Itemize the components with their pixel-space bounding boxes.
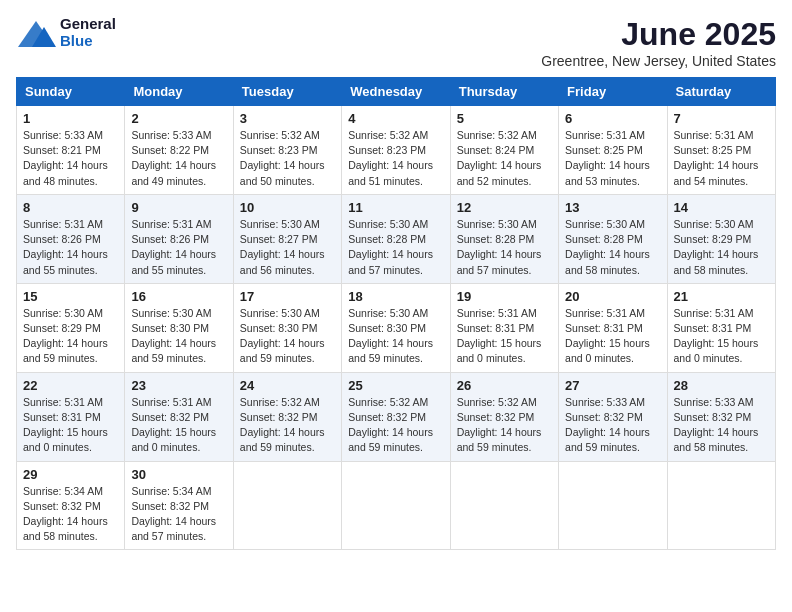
calendar-week-row: 29 Sunrise: 5:34 AM Sunset: 8:32 PM Dayl… xyxy=(17,461,776,550)
day-info: Sunrise: 5:31 AM Sunset: 8:32 PM Dayligh… xyxy=(131,395,226,456)
day-info: Sunrise: 5:33 AM Sunset: 8:22 PM Dayligh… xyxy=(131,128,226,189)
table-row: 9 Sunrise: 5:31 AM Sunset: 8:26 PM Dayli… xyxy=(125,194,233,283)
day-number: 21 xyxy=(674,289,769,304)
title-section: June 2025 Greentree, New Jersey, United … xyxy=(541,16,776,69)
day-number: 2 xyxy=(131,111,226,126)
day-info: Sunrise: 5:33 AM Sunset: 8:32 PM Dayligh… xyxy=(674,395,769,456)
day-info: Sunrise: 5:30 AM Sunset: 8:28 PM Dayligh… xyxy=(565,217,660,278)
col-monday: Monday xyxy=(125,78,233,106)
table-row: 2 Sunrise: 5:33 AM Sunset: 8:22 PM Dayli… xyxy=(125,106,233,195)
day-info: Sunrise: 5:32 AM Sunset: 8:32 PM Dayligh… xyxy=(240,395,335,456)
day-info: Sunrise: 5:30 AM Sunset: 8:28 PM Dayligh… xyxy=(457,217,552,278)
day-number: 14 xyxy=(674,200,769,215)
day-number: 13 xyxy=(565,200,660,215)
day-number: 1 xyxy=(23,111,118,126)
col-saturday: Saturday xyxy=(667,78,775,106)
table-row: 4 Sunrise: 5:32 AM Sunset: 8:23 PM Dayli… xyxy=(342,106,450,195)
table-row: 11 Sunrise: 5:30 AM Sunset: 8:28 PM Dayl… xyxy=(342,194,450,283)
table-row: 6 Sunrise: 5:31 AM Sunset: 8:25 PM Dayli… xyxy=(559,106,667,195)
day-info: Sunrise: 5:31 AM Sunset: 8:31 PM Dayligh… xyxy=(565,306,660,367)
day-info: Sunrise: 5:30 AM Sunset: 8:27 PM Dayligh… xyxy=(240,217,335,278)
day-info: Sunrise: 5:30 AM Sunset: 8:29 PM Dayligh… xyxy=(674,217,769,278)
day-info: Sunrise: 5:32 AM Sunset: 8:23 PM Dayligh… xyxy=(348,128,443,189)
table-row: 20 Sunrise: 5:31 AM Sunset: 8:31 PM Dayl… xyxy=(559,283,667,372)
day-number: 6 xyxy=(565,111,660,126)
logo-icon xyxy=(16,19,56,47)
day-number: 24 xyxy=(240,378,335,393)
day-info: Sunrise: 5:34 AM Sunset: 8:32 PM Dayligh… xyxy=(131,484,226,545)
day-number: 22 xyxy=(23,378,118,393)
table-row: 27 Sunrise: 5:33 AM Sunset: 8:32 PM Dayl… xyxy=(559,372,667,461)
day-number: 5 xyxy=(457,111,552,126)
table-row: 18 Sunrise: 5:30 AM Sunset: 8:30 PM Dayl… xyxy=(342,283,450,372)
table-row: 1 Sunrise: 5:33 AM Sunset: 8:21 PM Dayli… xyxy=(17,106,125,195)
col-friday: Friday xyxy=(559,78,667,106)
day-number: 17 xyxy=(240,289,335,304)
calendar-header-row: Sunday Monday Tuesday Wednesday Thursday… xyxy=(17,78,776,106)
day-info: Sunrise: 5:31 AM Sunset: 8:31 PM Dayligh… xyxy=(23,395,118,456)
logo-blue: Blue xyxy=(60,33,93,50)
table-row: 16 Sunrise: 5:30 AM Sunset: 8:30 PM Dayl… xyxy=(125,283,233,372)
day-info: Sunrise: 5:31 AM Sunset: 8:26 PM Dayligh… xyxy=(23,217,118,278)
day-number: 4 xyxy=(348,111,443,126)
calendar-week-row: 1 Sunrise: 5:33 AM Sunset: 8:21 PM Dayli… xyxy=(17,106,776,195)
day-info: Sunrise: 5:32 AM Sunset: 8:32 PM Dayligh… xyxy=(457,395,552,456)
day-info: Sunrise: 5:30 AM Sunset: 8:29 PM Dayligh… xyxy=(23,306,118,367)
day-number: 30 xyxy=(131,467,226,482)
day-info: Sunrise: 5:34 AM Sunset: 8:32 PM Dayligh… xyxy=(23,484,118,545)
table-row: 25 Sunrise: 5:32 AM Sunset: 8:32 PM Dayl… xyxy=(342,372,450,461)
table-row: 7 Sunrise: 5:31 AM Sunset: 8:25 PM Dayli… xyxy=(667,106,775,195)
day-number: 7 xyxy=(674,111,769,126)
calendar-week-row: 15 Sunrise: 5:30 AM Sunset: 8:29 PM Dayl… xyxy=(17,283,776,372)
logo-general: General xyxy=(60,16,116,33)
day-info: Sunrise: 5:31 AM Sunset: 8:25 PM Dayligh… xyxy=(565,128,660,189)
table-row: 19 Sunrise: 5:31 AM Sunset: 8:31 PM Dayl… xyxy=(450,283,558,372)
day-info: Sunrise: 5:31 AM Sunset: 8:25 PM Dayligh… xyxy=(674,128,769,189)
location-title: Greentree, New Jersey, United States xyxy=(541,53,776,69)
table-row: 14 Sunrise: 5:30 AM Sunset: 8:29 PM Dayl… xyxy=(667,194,775,283)
day-number: 9 xyxy=(131,200,226,215)
day-info: Sunrise: 5:30 AM Sunset: 8:30 PM Dayligh… xyxy=(240,306,335,367)
page-header: General Blue June 2025 Greentree, New Je… xyxy=(16,16,776,69)
day-number: 29 xyxy=(23,467,118,482)
table-row: 12 Sunrise: 5:30 AM Sunset: 8:28 PM Dayl… xyxy=(450,194,558,283)
day-number: 10 xyxy=(240,200,335,215)
day-info: Sunrise: 5:32 AM Sunset: 8:23 PM Dayligh… xyxy=(240,128,335,189)
day-number: 15 xyxy=(23,289,118,304)
day-info: Sunrise: 5:32 AM Sunset: 8:32 PM Dayligh… xyxy=(348,395,443,456)
calendar-week-row: 22 Sunrise: 5:31 AM Sunset: 8:31 PM Dayl… xyxy=(17,372,776,461)
logo: General Blue xyxy=(16,16,116,49)
day-info: Sunrise: 5:31 AM Sunset: 8:31 PM Dayligh… xyxy=(457,306,552,367)
calendar-week-row: 8 Sunrise: 5:31 AM Sunset: 8:26 PM Dayli… xyxy=(17,194,776,283)
day-number: 16 xyxy=(131,289,226,304)
table-row: 24 Sunrise: 5:32 AM Sunset: 8:32 PM Dayl… xyxy=(233,372,341,461)
table-row: 15 Sunrise: 5:30 AM Sunset: 8:29 PM Dayl… xyxy=(17,283,125,372)
day-number: 20 xyxy=(565,289,660,304)
day-number: 11 xyxy=(348,200,443,215)
calendar-table: Sunday Monday Tuesday Wednesday Thursday… xyxy=(16,77,776,550)
table-row: 23 Sunrise: 5:31 AM Sunset: 8:32 PM Dayl… xyxy=(125,372,233,461)
day-number: 26 xyxy=(457,378,552,393)
table-row: 5 Sunrise: 5:32 AM Sunset: 8:24 PM Dayli… xyxy=(450,106,558,195)
table-row xyxy=(233,461,341,550)
table-row: 17 Sunrise: 5:30 AM Sunset: 8:30 PM Dayl… xyxy=(233,283,341,372)
table-row: 21 Sunrise: 5:31 AM Sunset: 8:31 PM Dayl… xyxy=(667,283,775,372)
day-info: Sunrise: 5:31 AM Sunset: 8:31 PM Dayligh… xyxy=(674,306,769,367)
day-number: 8 xyxy=(23,200,118,215)
table-row xyxy=(342,461,450,550)
day-number: 3 xyxy=(240,111,335,126)
month-title: June 2025 xyxy=(541,16,776,53)
col-thursday: Thursday xyxy=(450,78,558,106)
table-row: 29 Sunrise: 5:34 AM Sunset: 8:32 PM Dayl… xyxy=(17,461,125,550)
logo-text: General Blue xyxy=(60,16,116,49)
day-number: 23 xyxy=(131,378,226,393)
day-info: Sunrise: 5:33 AM Sunset: 8:21 PM Dayligh… xyxy=(23,128,118,189)
day-info: Sunrise: 5:33 AM Sunset: 8:32 PM Dayligh… xyxy=(565,395,660,456)
day-info: Sunrise: 5:32 AM Sunset: 8:24 PM Dayligh… xyxy=(457,128,552,189)
table-row: 26 Sunrise: 5:32 AM Sunset: 8:32 PM Dayl… xyxy=(450,372,558,461)
day-info: Sunrise: 5:30 AM Sunset: 8:30 PM Dayligh… xyxy=(348,306,443,367)
table-row xyxy=(450,461,558,550)
day-number: 28 xyxy=(674,378,769,393)
table-row xyxy=(559,461,667,550)
table-row xyxy=(667,461,775,550)
